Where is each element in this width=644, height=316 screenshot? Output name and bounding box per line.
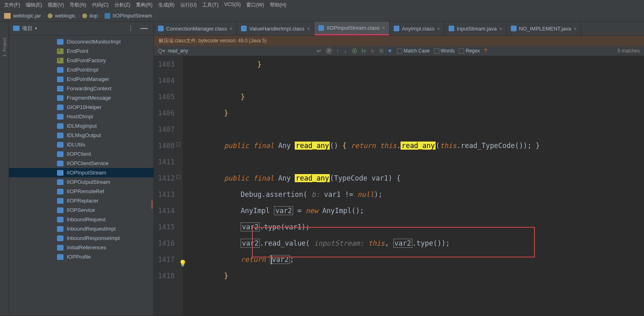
tree-item-IIOPInputStream[interactable]: IIOPInputStream	[9, 168, 153, 177]
class-icon	[57, 39, 64, 45]
regex-checkbox[interactable]: Regex	[459, 48, 480, 54]
minimize-button[interactable]: —	[139, 24, 149, 33]
menu-item[interactable]: 分析(Z)	[114, 2, 130, 9]
editor-tabs: ConnectionManager.class×ValueHandlerImpl…	[154, 22, 644, 36]
tree-label: IIOPReplacer	[67, 198, 99, 204]
tree-item-IDLMsgInput[interactable]: IDLMsgInput	[9, 121, 153, 131]
tree-item-EndPointImpl[interactable]: EndPointImpl	[9, 65, 153, 74]
tree-item-InboundRequestImpl[interactable]: InboundRequestImpl	[9, 224, 153, 233]
tree-item-IDLUtils[interactable]: IDLUtils	[9, 140, 153, 149]
search-icon[interactable]: Q▾	[158, 48, 165, 54]
menu-item[interactable]: 视图(V)	[48, 2, 64, 9]
fold-icon[interactable]: -	[176, 142, 180, 146]
words-checkbox[interactable]: Words	[434, 48, 455, 54]
next-match-icon[interactable]: ↓	[344, 48, 347, 54]
more-icon[interactable]: ⋮	[127, 24, 135, 32]
tree-item-HostIDImpl[interactable]: HostIDImpl	[9, 112, 153, 121]
close-icon[interactable]: ×	[574, 26, 577, 32]
tree-item-InboundResponseImpl[interactable]: InboundResponseImpl	[9, 233, 153, 243]
class-icon	[57, 142, 64, 148]
menu-item[interactable]: 工具(T)	[202, 2, 218, 9]
help-icon[interactable]: ?	[484, 48, 487, 54]
close-icon[interactable]: ×	[437, 26, 440, 32]
line-number: 1412-	[158, 170, 175, 186]
class-icon	[241, 26, 247, 31]
chevron-down-icon[interactable]: ▾	[35, 26, 37, 31]
class-icon	[57, 226, 64, 232]
tree-label: InboundRequest	[67, 216, 105, 222]
class-icon	[57, 161, 64, 166]
tree-item-InitialReferences[interactable]: InitialReferences	[9, 243, 153, 252]
tab-AnyImpl.class[interactable]: AnyImpl.class×	[390, 22, 445, 35]
tree-label: EndPointFactory	[67, 57, 106, 63]
menu-item[interactable]: VCS(S)	[224, 2, 241, 9]
tree-item-EndPoint[interactable]: EndPoint	[9, 46, 153, 56]
tab-label: InputStream.java	[457, 26, 497, 32]
tree-item-GIOP10Helper[interactable]: GIOP10Helper	[9, 102, 153, 112]
tab-IIOPInputStream.class[interactable]: IIOPInputStream.class×	[314, 22, 390, 35]
close-icon[interactable]: ×	[499, 26, 502, 32]
tree-label: EndPoint	[67, 48, 88, 54]
tab-ValueHandlerImpl.class[interactable]: ValueHandlerImpl.class×	[237, 22, 314, 35]
tree-label: IIOPOutputStream	[67, 179, 110, 185]
close-icon[interactable]: ×	[326, 48, 332, 54]
add-selection-icon[interactable]: I+	[361, 48, 366, 54]
tree-item-DisconnectMonitorImpl[interactable]: DisconnectMonitorImpl	[9, 37, 153, 46]
bc-item[interactable]: weblogic.jar	[13, 13, 41, 19]
bc-item[interactable]: weblogic	[55, 13, 76, 19]
tree-item-IIOPRemoteRef[interactable]: IIOPRemoteRef	[9, 187, 153, 196]
menu-item[interactable]: 帮助(H)	[270, 2, 287, 9]
tree-item-IDLMsgOutput[interactable]: IDLMsgOutput	[9, 131, 153, 140]
find-input[interactable]	[168, 48, 249, 54]
menu-item[interactable]: 文件(F)	[4, 2, 20, 9]
select-all-icon[interactable]: ⦿	[352, 48, 357, 54]
class-icon	[394, 26, 399, 31]
tree-item-EndPointManager[interactable]: EndPointManager	[9, 74, 153, 84]
tree-item-IIOPClientService[interactable]: IIOPClientService	[9, 159, 153, 168]
tree-item-IIOPOutputStream[interactable]: IIOPOutputStream	[9, 177, 153, 187]
export-icon[interactable]: ⎘	[380, 48, 383, 54]
tab-label: ValueHandlerImpl.class	[249, 26, 304, 32]
close-icon[interactable]: ×	[307, 26, 310, 32]
menu-item[interactable]: 生成(B)	[158, 2, 175, 9]
match-case-checkbox[interactable]: Match Case	[397, 48, 430, 54]
tree-item-IIOPClient[interactable]: IIOPClient	[9, 149, 153, 159]
prev-match-icon[interactable]: ↑	[336, 48, 339, 54]
bc-item[interactable]: iiop	[90, 13, 98, 19]
tree-item-FragmentMessage[interactable]: FragmentMessage	[9, 93, 153, 102]
close-icon[interactable]: ×	[382, 25, 385, 31]
code-editor[interactable]: 140314041405140614071408-14111412-141314…	[154, 56, 644, 316]
tree-item-IIOPService[interactable]: IIOPService	[9, 205, 153, 215]
menu-item[interactable]: 重构(R)	[136, 2, 153, 9]
close-icon[interactable]: ×	[230, 26, 233, 32]
enter-icon[interactable]: ↵	[317, 48, 322, 54]
bc-item[interactable]: IIOPInputStream	[113, 13, 152, 19]
class-icon	[57, 217, 64, 222]
tree-label: HostIDImpl	[67, 113, 93, 120]
remove-selection-icon[interactable]: I-	[371, 48, 375, 54]
chevron-right-icon: ›	[100, 13, 102, 19]
tree-item-ForwardingContext[interactable]: ForwardingContext	[9, 84, 153, 93]
tree-item-IIOPReplacer[interactable]: IIOPReplacer	[9, 196, 153, 205]
tree-item-InboundRequest[interactable]: InboundRequest	[9, 215, 153, 224]
menu-item[interactable]: 编辑(E)	[26, 2, 42, 9]
line-number: 1406	[158, 105, 175, 121]
tree-label: IDLUtils	[67, 142, 85, 148]
line-number: 1413	[158, 186, 175, 203]
menu-item[interactable]: 导航(N)	[70, 2, 86, 9]
menu-item[interactable]: 代码(C)	[92, 2, 109, 9]
filter-icon[interactable]: ▼	[387, 48, 393, 54]
menu-item[interactable]: 运行(U)	[180, 2, 197, 9]
tab-ConnectionManager.class[interactable]: ConnectionManager.class×	[154, 22, 237, 35]
code-content[interactable]: } } } public final Any read_any() { retu…	[183, 56, 644, 316]
fold-icon[interactable]: -	[176, 175, 180, 179]
project-tree[interactable]: DisconnectMonitorImplEndPointEndPointFac…	[9, 35, 153, 316]
tree-item-EndPointFactory[interactable]: EndPointFactory	[9, 56, 153, 65]
menu-item[interactable]: 窗口(W)	[246, 2, 264, 9]
class-icon	[57, 114, 64, 120]
tab-InputStream.java[interactable]: InputStream.java×	[445, 22, 507, 35]
project-toolwindow-button[interactable]: 1: Project	[2, 38, 7, 57]
tab-NO_IMPLEMENT.java[interactable]: NO_IMPLEMENT.java×	[507, 22, 581, 35]
tree-item-IOPProfile[interactable]: IOPProfile	[9, 252, 153, 262]
class-icon	[57, 170, 64, 176]
